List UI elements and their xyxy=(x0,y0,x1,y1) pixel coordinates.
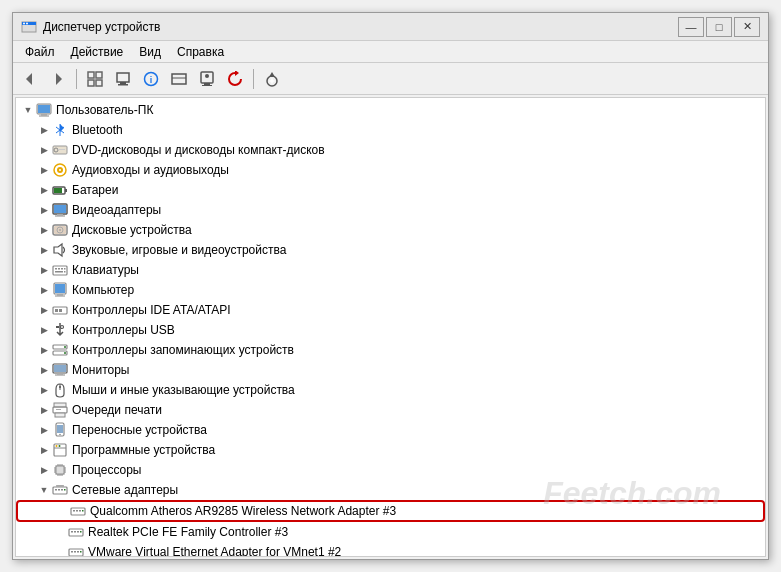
minimize-button[interactable]: — xyxy=(678,17,704,37)
network-label: Сетевые адаптеры xyxy=(72,480,178,500)
tree-mouse[interactable]: ▶ Мыши и иные указывающие устройства xyxy=(16,380,765,400)
svg-rect-103 xyxy=(58,489,60,491)
dvd-expand[interactable]: ▶ xyxy=(36,142,52,158)
sound-expand[interactable]: ▶ xyxy=(36,242,52,258)
tree-network[interactable]: ▼ Сетевые адаптеры xyxy=(16,480,765,500)
svg-point-2 xyxy=(23,22,25,24)
bluetooth-expand[interactable]: ▶ xyxy=(36,122,52,138)
svg-rect-119 xyxy=(74,551,76,553)
svg-rect-27 xyxy=(41,114,47,116)
svg-rect-52 xyxy=(58,268,60,270)
title-bar-left: Диспетчер устройств xyxy=(21,19,160,35)
toolbar-forward[interactable] xyxy=(45,66,71,92)
tree-software[interactable]: ▶ Программные устройства xyxy=(16,440,765,460)
cpu-expand[interactable]: ▶ xyxy=(36,462,52,478)
svg-rect-118 xyxy=(71,551,73,553)
tree-sound[interactable]: ▶ Звуковые, игровые и видеоустройства xyxy=(16,240,765,260)
toolbar-refresh[interactable] xyxy=(222,66,248,92)
storage-expand[interactable]: ▶ xyxy=(36,342,52,358)
tree-battery[interactable]: ▶ Батареи xyxy=(16,180,765,200)
disk-icon xyxy=(52,222,68,238)
mouse-expand[interactable]: ▶ xyxy=(36,382,52,398)
svg-rect-43 xyxy=(57,214,63,216)
svg-rect-9 xyxy=(96,80,102,86)
toolbar-back[interactable] xyxy=(17,66,43,92)
tree-storage[interactable]: ▶ Контроллеры запоминающих устройств xyxy=(16,340,765,360)
monitor-icon xyxy=(52,362,68,378)
usb-label: Контроллеры USB xyxy=(72,320,175,340)
svg-rect-19 xyxy=(202,85,212,86)
tree-display[interactable]: ▶ Видеоадаптеры xyxy=(16,200,765,220)
maximize-button[interactable]: □ xyxy=(706,17,732,37)
svg-rect-7 xyxy=(96,72,102,78)
ide-expand[interactable]: ▶ xyxy=(36,302,52,318)
tree-vmware1[interactable]: ▶ VMware Virtual Ethernet Adapter for VM… xyxy=(16,542,765,557)
svg-rect-121 xyxy=(80,551,82,553)
tree-realtek[interactable]: ▶ Realtek PCIe FE Family Controller #3 xyxy=(16,522,765,542)
tree-audio[interactable]: ▶ Аудиовходы и аудиовыходы xyxy=(16,160,765,180)
qualcomm-icon xyxy=(70,503,86,519)
close-button[interactable]: ✕ xyxy=(734,17,760,37)
tree-bluetooth[interactable]: ▶ Bluetooth xyxy=(16,120,765,140)
battery-expand[interactable]: ▶ xyxy=(36,182,52,198)
svg-rect-59 xyxy=(57,294,63,296)
toolbar-btn-4[interactable] xyxy=(194,66,220,92)
network-expand[interactable]: ▼ xyxy=(36,482,52,498)
menu-file[interactable]: Файл xyxy=(17,43,63,61)
display-expand[interactable]: ▶ xyxy=(36,202,52,218)
svg-point-48 xyxy=(59,229,61,231)
monitor-expand[interactable]: ▶ xyxy=(36,362,52,378)
svg-rect-81 xyxy=(57,425,63,433)
keyboard-expand[interactable]: ▶ xyxy=(36,262,52,278)
software-expand[interactable]: ▶ xyxy=(36,442,52,458)
svg-rect-72 xyxy=(57,373,63,375)
tree-root[interactable]: ▼ Пользователь-ПК xyxy=(16,100,765,120)
printer-expand[interactable]: ▶ xyxy=(36,402,52,418)
qualcomm-label: Qualcomm Atheros AR9285 Wireless Network… xyxy=(90,501,396,521)
svg-rect-42 xyxy=(54,205,66,213)
root-expand[interactable]: ▼ xyxy=(20,102,36,118)
svg-rect-79 xyxy=(56,409,61,410)
ide-label: Контроллеры IDE ATA/ATAPI xyxy=(72,300,231,320)
realtek-icon xyxy=(68,524,84,540)
computer-item-icon xyxy=(52,282,68,298)
tree-disk[interactable]: ▶ Дисковые устройства xyxy=(16,220,765,240)
bluetooth-icon xyxy=(52,122,68,138)
tree-monitor[interactable]: ▶ Мониторы xyxy=(16,360,765,380)
tree-portable[interactable]: ▶ Переносные устройства xyxy=(16,420,765,440)
toolbar-add[interactable] xyxy=(259,66,285,92)
svg-rect-15 xyxy=(172,74,186,84)
disk-expand[interactable]: ▶ xyxy=(36,222,52,238)
tree-dvd[interactable]: ▶ DVD-дисководы и дисководы компакт-диск… xyxy=(16,140,765,160)
svg-point-85 xyxy=(56,445,58,447)
tree-printer[interactable]: ▶ Очереди печати xyxy=(16,400,765,420)
tree-keyboard[interactable]: ▶ Клавиатуры xyxy=(16,260,765,280)
audio-expand[interactable]: ▶ xyxy=(36,162,52,178)
menu-help[interactable]: Справка xyxy=(169,43,232,61)
tree-qualcomm[interactable]: ▶ Qualcomm Atheros AR9285 Wireless Netwo… xyxy=(16,500,765,522)
display-label: Видеоадаптеры xyxy=(72,200,161,220)
usb-expand[interactable]: ▶ xyxy=(36,322,52,338)
toolbar-btn-1[interactable] xyxy=(82,66,108,92)
tree-computer[interactable]: ▶ Компьютер xyxy=(16,280,765,300)
computer-expand[interactable]: ▶ xyxy=(36,282,52,298)
menu-view[interactable]: Вид xyxy=(131,43,169,61)
svg-marker-22 xyxy=(269,72,275,77)
toolbar-info[interactable]: i xyxy=(138,66,164,92)
battery-icon xyxy=(52,182,68,198)
svg-rect-51 xyxy=(55,268,57,270)
dvd-icon xyxy=(52,142,68,158)
svg-point-69 xyxy=(64,352,66,354)
menu-action[interactable]: Действие xyxy=(63,43,132,61)
tree-ide[interactable]: ▶ Контроллеры IDE ATA/ATAPI xyxy=(16,300,765,320)
usb-icon xyxy=(52,322,68,338)
toolbar-btn-2[interactable] xyxy=(110,66,136,92)
device-tree[interactable]: ▼ Пользователь-ПК ▶ xyxy=(15,97,766,557)
display-icon xyxy=(52,202,68,218)
toolbar-btn-3[interactable] xyxy=(166,66,192,92)
tree-usb[interactable]: ▶ Контроллеры USB xyxy=(16,320,765,340)
svg-point-20 xyxy=(205,74,209,78)
portable-expand[interactable]: ▶ xyxy=(36,422,52,438)
svg-point-86 xyxy=(59,445,61,447)
tree-cpu[interactable]: ▶ xyxy=(16,460,765,480)
